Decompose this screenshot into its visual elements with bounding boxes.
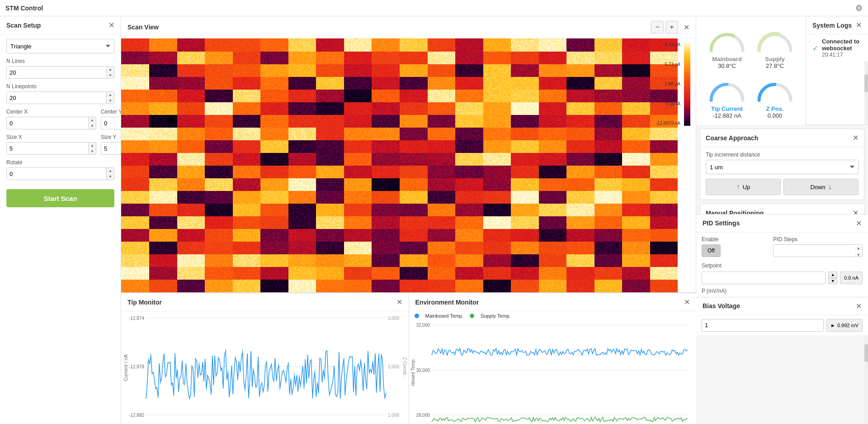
scan-view-close[interactable]: ✕ xyxy=(684,23,689,32)
rotate-field[interactable] xyxy=(7,168,106,180)
n-lines-label: N Lines xyxy=(6,58,114,64)
pid-steps-down[interactable]: ▼ xyxy=(855,253,862,257)
center-group: Center X ▲ ▼ Center Y xyxy=(6,109,114,129)
logs-scrollbar-thumb xyxy=(864,74,868,92)
center-y-field[interactable] xyxy=(101,117,121,129)
rotate-input[interactable]: ▲ ▼ xyxy=(6,167,114,180)
waveform-select[interactable]: Triangle Sine Sawtooth xyxy=(6,39,114,53)
n-lines-down[interactable]: ▼ xyxy=(107,72,114,78)
center-x-field[interactable] xyxy=(7,117,88,129)
pid-steps-up[interactable]: ▲ xyxy=(855,247,862,250)
middle-right[interactable]: Coarse Approach ✕ Tip increment distance… xyxy=(696,125,868,214)
n-linepoints-input[interactable]: ▲ ▼ xyxy=(6,91,114,104)
rotate-up[interactable]: ▲ xyxy=(107,168,114,174)
center-y-label: Center Y xyxy=(101,109,121,115)
n-lines-field[interactable] xyxy=(7,67,106,78)
tip-monitor-title: Tip Monitor xyxy=(127,299,162,306)
coarse-approach-close[interactable]: ✕ xyxy=(853,133,859,142)
coarse-btn-row: ↑ Up Down ↓ xyxy=(706,179,859,195)
log-entry: ✓ Connected to websocket 20:41:17 xyxy=(806,34,868,62)
pid-enable-row: Enable Off PID Steps ▲ ▼ xyxy=(696,233,868,261)
gear-icon[interactable]: ⚙ xyxy=(855,3,863,13)
bias-voltage-input[interactable] xyxy=(702,319,824,332)
z-pos-gauge-value: 0.000 xyxy=(768,112,783,119)
env-monitor-chart xyxy=(409,320,697,424)
pid-steps-field[interactable] xyxy=(774,247,855,254)
size-x-input[interactable]: ▲ ▼ xyxy=(6,142,96,155)
size-y-label: Size Y xyxy=(101,134,121,140)
logs-scrollbar[interactable] xyxy=(864,62,868,124)
tip-monitor-close[interactable]: ✕ xyxy=(396,298,402,306)
size-row: Size X ▲ ▼ Size Y xyxy=(6,134,114,155)
scan-view-header: Scan View − + ✕ xyxy=(121,16,696,38)
center-x-down[interactable]: ▼ xyxy=(89,123,96,129)
pid-steps-field: PID Steps ▲ ▼ xyxy=(773,236,863,257)
center-x-col: Center X ▲ ▼ xyxy=(6,109,96,129)
setpoint-input[interactable] xyxy=(702,272,826,284)
zoom-in-button[interactable]: + xyxy=(665,21,678,33)
pid-steps-input[interactable]: ▲ ▼ xyxy=(773,244,863,257)
supply-gauge-value: 27.8°C xyxy=(766,62,784,69)
n-linepoints-up[interactable]: ▲ xyxy=(107,92,114,98)
size-x-label: Size X xyxy=(6,134,96,140)
scan-setup-close[interactable]: ✕ xyxy=(108,21,114,29)
scan-canvas-container: 8.59 pA 5.73 pA 2.86 pA 0.00 fA -12.8919… xyxy=(121,38,696,292)
n-lines-input[interactable]: ▲ ▼ xyxy=(6,66,114,79)
tip-current-gauge-label: Tip Current xyxy=(711,105,743,112)
n-lines-up[interactable]: ▲ xyxy=(107,67,114,72)
start-scan-button[interactable]: Start Scan xyxy=(6,189,114,207)
size-x-up[interactable]: ▲ xyxy=(89,143,96,148)
pid-settings-close[interactable]: ✕ xyxy=(856,219,862,228)
n-linepoints-down[interactable]: ▼ xyxy=(107,98,114,104)
app-title: STM Control xyxy=(5,5,43,12)
right-scrollbar[interactable] xyxy=(864,335,868,424)
z-pos-gauge-svg xyxy=(755,76,795,104)
setpoint-up[interactable]: ▲ xyxy=(828,272,837,278)
size-x-col: Size X ▲ ▼ xyxy=(6,134,96,155)
legend-dot-supply xyxy=(470,314,474,318)
env-monitor-close[interactable]: ✕ xyxy=(684,298,690,306)
system-logs-close[interactable]: ✕ xyxy=(856,21,862,29)
rotate-label: Rotate xyxy=(6,159,114,166)
right-scroll-area xyxy=(696,335,868,424)
setpoint-row: ▲ ▼ 0.0 nA xyxy=(696,270,868,288)
center-x-up[interactable]: ▲ xyxy=(89,117,96,123)
n-linepoints-field[interactable] xyxy=(7,92,106,104)
setpoint-down[interactable]: ▼ xyxy=(828,278,837,284)
coarse-down-button[interactable]: Down ↓ xyxy=(783,179,859,195)
center-y-input[interactable]: ▲ ▼ xyxy=(101,117,121,129)
rotate-down[interactable]: ▼ xyxy=(107,174,114,180)
bias-arrow-icon: ► xyxy=(830,323,835,328)
pid-settings-title: PID Settings xyxy=(703,219,740,227)
tip-monitor-chart xyxy=(121,311,409,424)
bias-voltage-title: Bias Voltage xyxy=(703,302,740,310)
env-monitor-panel: Environment Monitor ✕ Mainboard Temp. Su… xyxy=(409,293,697,424)
size-x-down[interactable]: ▼ xyxy=(89,148,96,154)
tip-increment-select[interactable]: 1 um 0.1 um 10 um xyxy=(706,160,859,174)
size-group: Size X ▲ ▼ Size Y xyxy=(6,134,114,155)
rotate-group: Rotate ▲ ▼ xyxy=(6,159,114,180)
n-linepoints-group: N Linepoints ▲ ▼ xyxy=(6,83,114,104)
waveform-group: Triangle Sine Sawtooth xyxy=(6,39,114,53)
right-panel: Mainboard 30.8°C Supply 27.8°C xyxy=(696,16,868,424)
colorbar-canvas xyxy=(684,42,690,126)
pid-settings-header: PID Settings ✕ xyxy=(696,214,868,233)
scan-setup-header: Scan Setup ✕ xyxy=(0,16,121,34)
size-y-input[interactable]: ▲ ▼ xyxy=(101,142,121,155)
coarse-up-label: Up xyxy=(743,184,750,191)
pid-enable-button[interactable]: Off xyxy=(702,244,721,257)
tip-current-gauge-svg xyxy=(707,76,747,104)
zoom-out-button[interactable]: − xyxy=(651,21,664,33)
coarse-up-button[interactable]: ↑ Up xyxy=(706,179,781,195)
center-row: Center X ▲ ▼ Center Y xyxy=(6,109,114,129)
bias-right-button[interactable]: ► 0.992 mV xyxy=(826,319,863,332)
manual-positioning-close[interactable]: ✕ xyxy=(853,209,859,214)
titlebar: STM Control ⚙ xyxy=(0,0,868,16)
bias-voltage-close[interactable]: ✕ xyxy=(856,302,862,310)
size-x-field[interactable] xyxy=(7,143,88,154)
setpoint-right-button[interactable]: 0.0 nA xyxy=(840,272,863,284)
center-x-input[interactable]: ▲ ▼ xyxy=(6,117,96,129)
n-linepoints-label: N Linepoints xyxy=(6,83,114,90)
scan-canvas[interactable] xyxy=(121,38,696,292)
size-y-field[interactable] xyxy=(101,143,121,154)
